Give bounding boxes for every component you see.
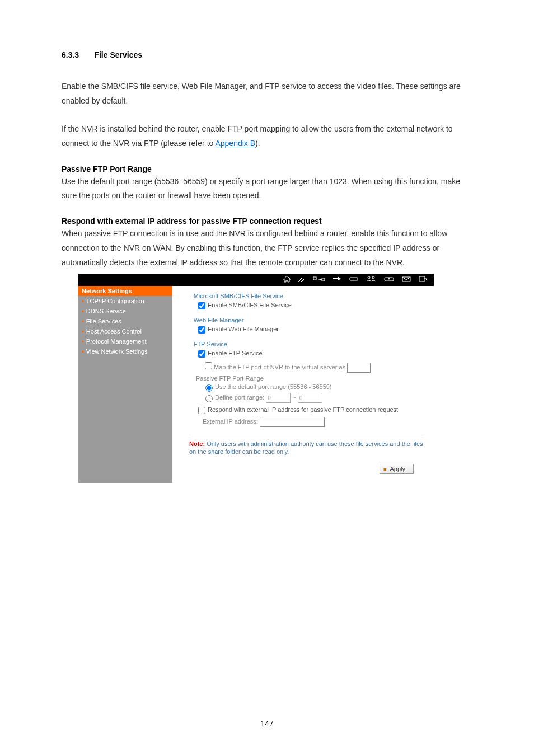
passive-heading: Passive FTP Port Range (62, 165, 472, 173)
home-icon[interactable] (283, 275, 291, 284)
network-icon[interactable] (313, 275, 325, 284)
svg-point-6 (368, 276, 370, 279)
smb-heading: -Microsoft SMB/CIFS File Service (189, 293, 425, 299)
section-title: File Services (94, 50, 142, 59)
sidebar-item-file-services[interactable]: •File Services (78, 316, 172, 326)
use-default-range-radio[interactable] (205, 384, 213, 392)
embedded-screenshot: Network Settings •TCP/IP Configuration •… (78, 274, 434, 483)
define-range-radio[interactable] (205, 395, 213, 402)
virtual-server-port-input[interactable] (347, 363, 371, 373)
external-ip-label: External IP address: (203, 418, 258, 425)
exit-icon[interactable] (418, 275, 428, 284)
arrow-icon[interactable] (332, 275, 342, 284)
sidebar-item-tcpip[interactable]: •TCP/IP Configuration (78, 296, 172, 306)
sidebar-item-host-access[interactable]: •Host Access Control (78, 326, 172, 336)
ftp-heading: -FTP Service (189, 341, 425, 348)
page-number: 147 (0, 719, 534, 728)
sidebar-item-view-network[interactable]: •View Network Settings (78, 346, 172, 356)
passive-paragraph: Use the default port range (55536–56559)… (62, 175, 472, 204)
enable-wfm-checkbox[interactable] (198, 326, 205, 334)
svg-line-2 (316, 279, 322, 280)
paragraph-intro: Enable the SMB/CIFS file service, Web Fi… (62, 79, 472, 109)
drive-icon[interactable] (349, 275, 359, 284)
divider (189, 435, 425, 435)
enable-smb-label: Enable SMB/CIFS File Service (208, 302, 292, 308)
sidebar-header: Network Settings (78, 286, 172, 296)
port-range-to-input[interactable] (298, 393, 322, 403)
sidebar-item-protocol[interactable]: •Protocol Management (78, 336, 172, 346)
content-pane: -Microsoft SMB/CIFS File Service Enable … (172, 286, 434, 483)
enable-smb-checkbox[interactable] (198, 302, 205, 309)
note-label: Note: (189, 440, 205, 447)
use-default-range-label: Use the default port range (55536 - 5655… (215, 383, 332, 390)
respond-paragraph: When passive FTP connection is in use an… (62, 227, 472, 270)
svg-point-9 (388, 279, 390, 280)
sidebar: Network Settings •TCP/IP Configuration •… (78, 286, 172, 483)
paragraph-ftp-mapping: If the NVR is installed behind the route… (62, 122, 472, 151)
note-body: Only users with administration authority… (189, 440, 423, 455)
users-icon[interactable] (366, 275, 377, 284)
passive-ftp-label: Passive FTP Port Range (196, 375, 425, 382)
enable-ftp-label: Enable FTP Service (208, 350, 263, 356)
mail-icon[interactable] (401, 275, 411, 284)
map-ftp-port-label: Map the FTP port of NVR to the virtual s… (214, 364, 345, 370)
paragraph-ftp-mapping-post: ). (255, 139, 260, 148)
respond-heading: Respond with external IP address for pas… (62, 217, 472, 226)
map-ftp-port-checkbox[interactable] (205, 362, 212, 369)
topbar (78, 274, 434, 286)
pin-icon[interactable] (298, 275, 306, 284)
svg-rect-1 (322, 278, 325, 281)
wfm-heading: -Web File Manager (189, 317, 425, 323)
respond-external-ip-label: Respond with external IP address for pas… (208, 407, 398, 414)
port-range-from-input[interactable] (266, 393, 291, 403)
svg-point-7 (372, 276, 374, 279)
respond-external-ip-checkbox[interactable] (198, 407, 205, 414)
enable-wfm-label: Enable Web File Manager (208, 326, 279, 332)
svg-rect-0 (313, 277, 316, 280)
svg-rect-8 (385, 278, 394, 281)
enable-ftp-checkbox[interactable] (198, 350, 205, 358)
define-range-label: Define port range: (215, 394, 264, 401)
sidebar-item-ddns[interactable]: •DDNS Service (78, 306, 172, 316)
apply-button[interactable]: ■Apply (380, 464, 414, 474)
external-ip-input[interactable] (260, 417, 325, 427)
note-text: Note: Only users with administration aut… (189, 440, 425, 456)
camera-icon[interactable] (383, 275, 395, 284)
section-number: 6.3.3 (62, 50, 79, 59)
port-range-separator: ~ (292, 394, 296, 401)
apply-button-label: Apply (390, 466, 405, 472)
appendix-b-link[interactable]: Appendix B (215, 139, 255, 148)
